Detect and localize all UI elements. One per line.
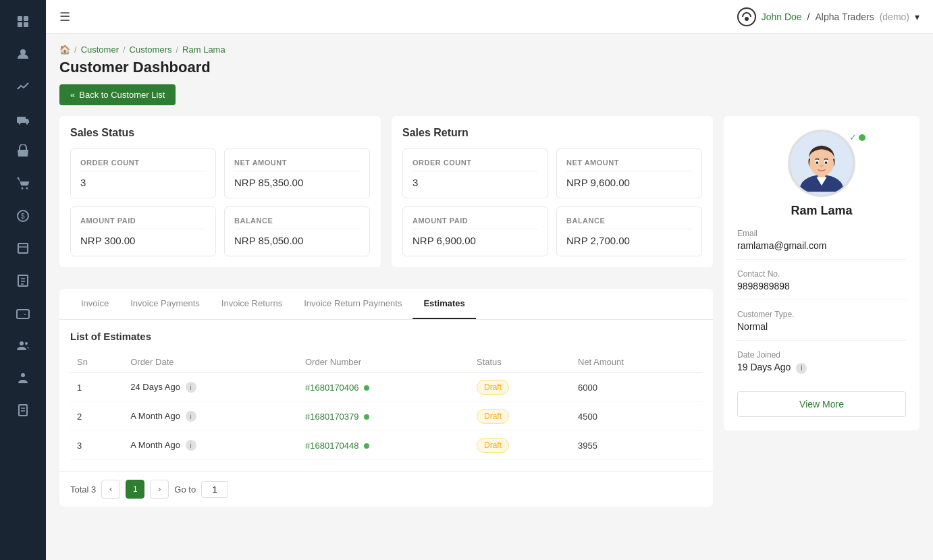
tab-invoice-return-payments[interactable]: Invoice Return Payments: [293, 289, 412, 319]
sales-balance-value: NRP 85,050.00: [234, 235, 360, 246]
date-joined-label: Date Joined: [737, 350, 906, 360]
col-net-amount: Net Amount: [571, 352, 702, 373]
row-info-icon[interactable]: i: [186, 411, 196, 422]
table-row: 2 A Month Ago i #1680170379 Draft 4500: [70, 402, 702, 431]
sidebar-item-reports[interactable]: [8, 395, 38, 425]
dashboard-layout: Sales Status ORDER COUNT 3 NET AMOUNT NR…: [59, 116, 919, 507]
contact-label: Contact No.: [737, 269, 906, 279]
sidebar-item-store[interactable]: [8, 136, 38, 166]
sidebar-item-dashboard[interactable]: [8, 7, 38, 36]
goto-input[interactable]: [201, 481, 228, 498]
menu-toggle[interactable]: ☰: [59, 9, 70, 24]
page-title: Customer Dashboard: [59, 59, 919, 76]
return-amount-paid-card: AMOUNT PAID NRP 6,900.00: [402, 206, 548, 256]
check-icon: ✓: [849, 132, 857, 142]
sidebar-item-cart[interactable]: [8, 169, 38, 198]
cell-order-number: #1680170448: [298, 431, 470, 460]
username: John Doe: [762, 11, 802, 22]
tabs-header: Invoice Invoice Payments Invoice Returns…: [59, 289, 713, 320]
return-net-amount-card: NET AMOUNT NRP 9,600.00: [556, 148, 702, 198]
sidebar-item-teams[interactable]: [8, 363, 38, 393]
email-label: Email: [737, 229, 906, 238]
tabs-container: Invoice Invoice Payments Invoice Returns…: [59, 289, 713, 507]
status-badge: Draft: [477, 438, 509, 453]
order-link[interactable]: #1680170406: [305, 383, 359, 393]
estimates-table: Sn Order Date Order Number Status Net Am…: [70, 352, 702, 460]
avatar-illustration: [790, 131, 853, 196]
pagination-next[interactable]: ›: [150, 480, 169, 499]
row-info-icon[interactable]: i: [186, 440, 196, 451]
pagination-prev[interactable]: ‹: [101, 480, 120, 499]
return-order-count-label: ORDER COUNT: [412, 159, 538, 171]
date-info-icon[interactable]: i: [796, 363, 807, 374]
sidebar-item-analytics[interactable]: [8, 72, 38, 101]
svg-rect-3: [24, 22, 28, 27]
sidebar-item-users[interactable]: [8, 39, 38, 69]
order-link[interactable]: #1680170379: [305, 412, 359, 422]
sidebar-item-tasks[interactable]: [8, 266, 38, 296]
cell-order-number: #1680170379: [298, 402, 470, 431]
sidebar-item-delivery[interactable]: [8, 104, 38, 134]
date-joined-row: Date Joined 19 Days Ago i: [737, 350, 906, 382]
cell-status: Draft: [470, 373, 571, 402]
type-label: Customer Type.: [737, 310, 906, 319]
svg-point-20: [25, 342, 28, 345]
order-status-dot: [364, 385, 369, 391]
back-to-customer-list-button[interactable]: « Back to Customer List: [59, 84, 176, 105]
tab-invoice-payments[interactable]: Invoice Payments: [119, 289, 211, 319]
pagination-page-1[interactable]: 1: [126, 480, 144, 499]
tab-estimates[interactable]: Estimates: [412, 289, 475, 319]
cell-net-amount: 3955: [571, 431, 702, 460]
sales-amount-paid-card: AMOUNT PAID NRP 300.00: [70, 206, 216, 256]
sales-balance-label: BALANCE: [234, 217, 360, 229]
dropdown-icon[interactable]: ▾: [915, 11, 919, 22]
svg-rect-12: [18, 244, 28, 253]
customer-panel: ✓ Ram Lama Email ramlama@gmail.com Conta…: [724, 116, 919, 430]
sales-net-amount-value: NRP 85,350.00: [234, 177, 360, 188]
svg-point-33: [825, 161, 828, 164]
sidebar-item-contacts[interactable]: [8, 331, 38, 360]
sales-order-count-value: 3: [80, 177, 206, 188]
status-badge: Draft: [477, 380, 509, 395]
return-net-amount-value: NRP 9,600.00: [566, 177, 692, 188]
sidebar-item-wallet[interactable]: [8, 298, 38, 328]
row-info-icon[interactable]: i: [186, 382, 196, 393]
svg-point-4: [20, 49, 26, 55]
view-more-button[interactable]: View More: [737, 391, 906, 417]
cell-order-number: #1680170406: [298, 373, 470, 402]
sidebar-item-inventory[interactable]: [8, 233, 38, 263]
company-name: Alpha Traders: [815, 11, 874, 22]
status-badge: Draft: [477, 409, 509, 424]
breadcrumb-customers[interactable]: Customers: [130, 45, 172, 55]
topbar: ☰ John Doe / Alpha Traders (demo) ▾: [46, 0, 933, 34]
dashboard-main: Sales Status ORDER COUNT 3 NET AMOUNT NR…: [59, 116, 713, 507]
table-content: List of Estimates Sn Order Date Order Nu…: [59, 320, 713, 471]
content-area: 🏠 / Customer / Customers / Ram Lama Cust…: [46, 34, 933, 560]
sales-order-count-card: ORDER COUNT 3: [70, 148, 216, 198]
contact-row: Contact No. 9898989898: [737, 269, 906, 300]
sidebar: $: [0, 0, 46, 560]
sales-balance-card: BALANCE NRP 85,050.00: [224, 206, 370, 256]
cell-date: 24 Days Ago i: [124, 373, 298, 402]
main-area: ☰ John Doe / Alpha Traders (demo) ▾ 🏠 / …: [46, 0, 933, 560]
breadcrumb-current: Ram Lama: [182, 45, 225, 55]
goto-label: Go to: [174, 484, 196, 495]
svg-text:$: $: [21, 213, 25, 220]
cell-sn: 1: [70, 373, 124, 402]
cell-status: Draft: [470, 431, 571, 460]
contact-value: 9898989898: [737, 281, 906, 291]
home-icon[interactable]: 🏠: [59, 45, 70, 55]
svg-point-7: [26, 123, 28, 125]
sidebar-item-finance[interactable]: $: [8, 201, 38, 231]
return-balance-label: BALANCE: [566, 217, 692, 229]
pagination-total: Total 3: [70, 484, 96, 495]
tab-invoice-returns[interactable]: Invoice Returns: [211, 289, 293, 319]
cell-sn: 2: [70, 402, 124, 431]
cell-status: Draft: [470, 402, 571, 431]
order-link[interactable]: #1680170448: [305, 441, 359, 451]
sales-net-amount-label: NET AMOUNT: [234, 159, 360, 171]
svg-point-32: [816, 161, 819, 164]
tab-invoice[interactable]: Invoice: [70, 289, 119, 319]
breadcrumb-customer[interactable]: Customer: [81, 45, 119, 55]
sales-order-count-label: ORDER COUNT: [80, 159, 206, 171]
